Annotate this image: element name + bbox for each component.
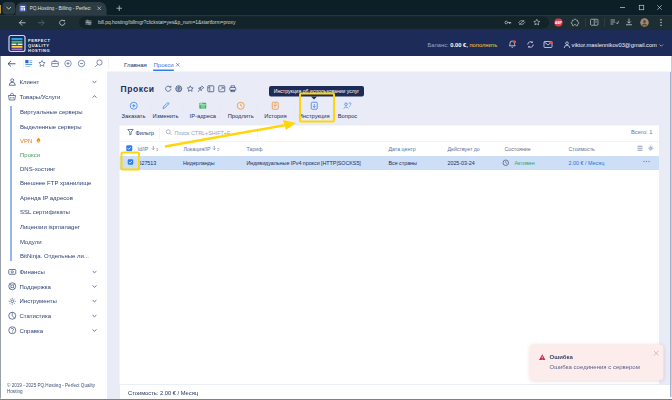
svg-text:ABP: ABP: [555, 21, 563, 25]
